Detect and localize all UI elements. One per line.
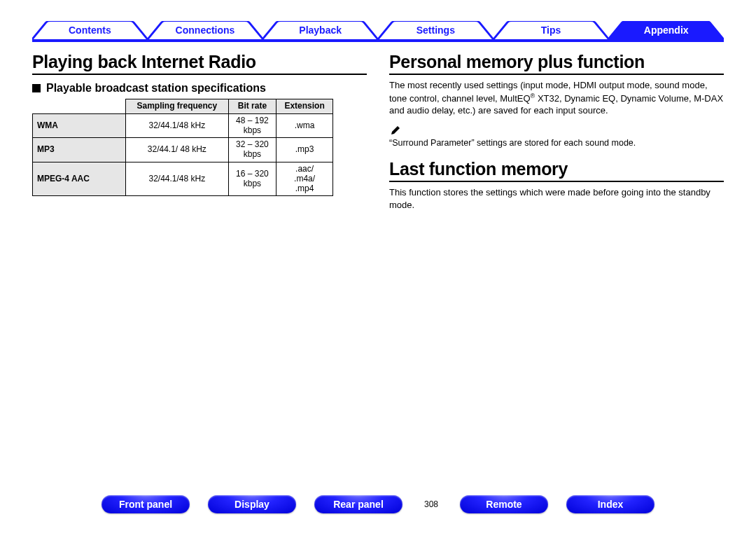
tab-label: Appendix (644, 25, 689, 36)
table-cell: .wma (276, 113, 333, 138)
tab-contents[interactable]: Contents (32, 21, 148, 39)
pill-label: Remote (486, 499, 522, 510)
pill-rear-panel[interactable]: Rear panel (314, 495, 402, 513)
table-cell: .mp3 (276, 138, 333, 162)
pill-label: Display (234, 499, 270, 510)
heading-last-function: Last function memory (389, 159, 724, 182)
subheading-label: Playable broadcast station specification… (46, 82, 266, 95)
square-bullet-icon (32, 84, 41, 92)
table-row: MP3 32/44.1/ 48 kHz 32 – 320kbps .mp3 (33, 138, 333, 162)
table-format: MPEG-4 AAC (33, 162, 126, 195)
note-icon (389, 124, 402, 137)
table-row: MPEG-4 AAC 32/44.1/48 kHz 16 – 320kbps .… (33, 162, 333, 195)
content: Playing back Internet Radio Playable bro… (32, 52, 724, 215)
paragraph-personal-memory: The most recently used settings (input m… (389, 79, 724, 117)
pill-label: Rear panel (333, 499, 384, 510)
table-row: WMA 32/44.1/48 kHz 48 – 192kbps .wma (33, 113, 333, 138)
table-format: WMA (33, 113, 126, 138)
pill-remote[interactable]: Remote (460, 495, 548, 513)
tab-appendix[interactable]: Appendix (608, 21, 724, 39)
heading-internet-radio: Playing back Internet Radio (32, 52, 367, 75)
col-right: Personal memory plus function The most r… (389, 52, 724, 215)
table-cell: 48 – 192kbps (228, 113, 276, 138)
table-header: Extension (276, 99, 333, 114)
table-cell: 32 – 320kbps (228, 138, 276, 162)
table-format: MP3 (33, 138, 126, 162)
table-header: Bit rate (228, 99, 276, 114)
tab-tips[interactable]: Tips (493, 21, 609, 39)
table-header-row: Sampling frequency Bit rate Extension (33, 99, 333, 114)
pill-label: Index (598, 499, 624, 510)
table-cell: 32/44.1/ 48 kHz (126, 138, 229, 162)
tab-label: Tips (541, 25, 561, 36)
tab-label: Playback (299, 25, 342, 36)
bottom-nav: Front panel Display Rear panel 308 Remot… (0, 495, 756, 513)
pill-index[interactable]: Index (566, 495, 654, 513)
col-left: Playing back Internet Radio Playable bro… (32, 52, 367, 215)
paragraph-last-function: This function stores the settings which … (389, 186, 724, 211)
pill-front-panel[interactable]: Front panel (102, 495, 190, 513)
table-cell: 32/44.1/48 kHz (126, 162, 229, 195)
table-header-blank (33, 99, 126, 114)
note-surround-parameter: “Surround Parameter” settings are stored… (389, 138, 724, 148)
pill-label: Front panel (119, 499, 172, 510)
top-nav-tabs: Contents Connections Playback Settings T… (32, 21, 724, 39)
table-header: Sampling frequency (126, 99, 229, 114)
subheading-specifications: Playable broadcast station specification… (32, 82, 367, 95)
tab-label: Settings (416, 25, 455, 36)
top-nav-underline (32, 39, 724, 42)
table-cell: 32/44.1/48 kHz (126, 113, 229, 138)
pill-display[interactable]: Display (208, 495, 296, 513)
table-cell: 16 – 320kbps (228, 162, 276, 195)
tab-playback[interactable]: Playback (262, 21, 378, 39)
tab-label: Contents (69, 25, 111, 36)
table-cell: .aac/.m4a/.mp4 (276, 162, 333, 195)
tab-label: Connections (176, 25, 235, 36)
page-number: 308 (421, 499, 442, 509)
tab-connections[interactable]: Connections (148, 21, 263, 39)
top-nav: Contents Connections Playback Settings T… (32, 21, 724, 42)
heading-personal-memory: Personal memory plus function (389, 52, 724, 75)
tab-settings[interactable]: Settings (378, 21, 493, 39)
spec-table: Sampling frequency Bit rate Extension WM… (32, 99, 333, 196)
